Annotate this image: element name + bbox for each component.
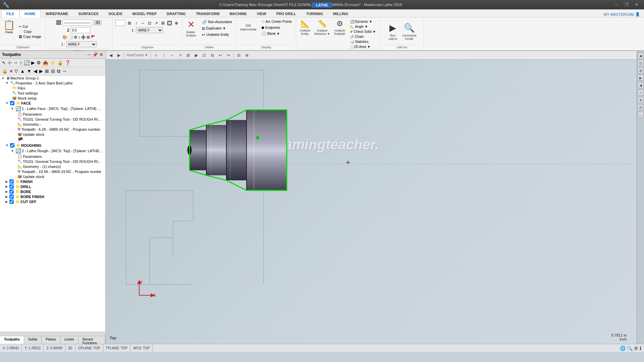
tp-tool-sim[interactable]: ⚙: [36, 59, 42, 66]
tp-tool-c[interactable]: ⧉: [56, 68, 61, 75]
tp-right[interactable]: ▶: [39, 68, 44, 75]
tab-surfaces[interactable]: SURFACES: [73, 10, 104, 17]
tp-tool-9[interactable]: 🔒: [57, 59, 64, 66]
tp-down[interactable]: ▼: [26, 68, 32, 75]
org-icon-5[interactable]: ↗: [153, 20, 159, 26]
drill-checkbox[interactable]: [9, 184, 14, 189]
delete-entities-button[interactable]: ✕ DeleteEntities: [184, 19, 198, 38]
tab-home[interactable]: HOME: [19, 10, 41, 17]
tab-transform[interactable]: TRANSFORM: [191, 10, 224, 17]
tree-files[interactable]: 📁 Files: [0, 85, 105, 90]
right-btn-7[interactable]: ⊕: [638, 97, 644, 103]
viewport[interactable]: Streamingteacher.: [106, 60, 637, 344]
op-4[interactable]: ↗: [176, 52, 184, 59]
tp-tool-regen[interactable]: 🔄: [23, 59, 30, 66]
face-checkbox[interactable]: [10, 101, 14, 105]
arrow-btn[interactable]: ↕: [78, 35, 80, 40]
tp-up[interactable]: ▲: [19, 68, 25, 75]
tree-op1-toolpath[interactable]: ⚙ Toolpath - 6.2K - 6809-19.NC - Program…: [0, 127, 105, 132]
tree-op1-flag[interactable]: 🏴: [0, 137, 105, 143]
roughing-checkbox[interactable]: [10, 143, 14, 147]
tree-machine-group[interactable]: ▼ 🖥 Machine Group-1: [0, 76, 105, 80]
tree-op2-geometry[interactable]: 📐 Geometry - (1) chain(s): [0, 164, 105, 169]
tree-bore-finish-group[interactable]: ▶ ⭐ BORE FINISH: [0, 194, 105, 199]
tp-tool-post[interactable]: 📤: [42, 59, 49, 66]
op-2[interactable]: ↕: [160, 52, 168, 59]
copy-image-button[interactable]: 🖼 Copy Image: [17, 35, 43, 39]
color-swatch[interactable]: [56, 20, 61, 25]
tree-op1-geometry[interactable]: 📐 Geometry -: [0, 122, 105, 127]
tab-toolpaths[interactable]: Toolpaths: [0, 336, 24, 344]
op-10[interactable]: ↪: [225, 52, 232, 59]
analyze-toolpath-button[interactable]: ⚙ AnalyzeToolpath: [333, 19, 347, 36]
paste-button[interactable]: 📋 Paste: [2, 19, 16, 45]
tp-filter[interactable]: ▽: [14, 68, 19, 75]
analyze-entity-button[interactable]: 📐 AnalyzeEntity: [298, 19, 312, 36]
run-addin-button[interactable]: ▶ RunAdd-In: [386, 22, 399, 41]
right-btn-1[interactable]: ◀: [638, 53, 644, 59]
toolpaths-close-btn[interactable]: ✕: [99, 52, 103, 57]
line-style-input[interactable]: [62, 19, 93, 25]
chain-btn[interactable]: 🔗 Chain: [348, 35, 378, 39]
tree-op1-params[interactable]: 📋 Parameters: [0, 112, 105, 117]
close-button[interactable]: ✕: [632, 1, 641, 8]
layer-btn[interactable]: 📑: [68, 35, 73, 40]
right-btn-3[interactable]: ⊞: [638, 67, 644, 73]
tree-op1[interactable]: ▼ 🔄 1 - Lathe Face - [WCS: Top] - [Tplan…: [0, 106, 105, 112]
status-settings-icon[interactable]: ⚙: [634, 346, 638, 351]
right-btn-8[interactable]: ⊟: [638, 104, 644, 110]
org-icon-2[interactable]: ↕: [133, 20, 139, 26]
level-num-input[interactable]: [115, 20, 125, 26]
tab-solids[interactable]: SOLIDS: [104, 10, 127, 17]
tree-op2-params[interactable]: 📋 Parameters: [0, 154, 105, 159]
tp-lock[interactable]: 🔒: [1, 68, 8, 75]
2d-area-btn[interactable]: ⬚ 2D Area ▼: [348, 45, 378, 49]
tree-face-group[interactable]: ▼ ⭐ FACE: [0, 101, 105, 106]
tree-drill-group[interactable]: ▶ ⭐ DRILL: [0, 184, 105, 189]
tab-solids[interactable]: Solids: [24, 336, 42, 344]
restore-button[interactable]: ❐: [622, 1, 631, 8]
right-btn-6[interactable]: ⊹: [638, 89, 644, 96]
tree-op1-update[interactable]: 📦 Update stock: [0, 132, 105, 137]
dynamic-btn[interactable]: 🔄 Dynamic ▼: [348, 19, 378, 24]
tree-bore-group[interactable]: ▶ ⭐ BORE: [0, 189, 105, 194]
org-icon-6[interactable]: ⊞: [160, 20, 166, 26]
check-solid-btn[interactable]: ✔ Check Solid ▼: [348, 29, 378, 34]
tp-tool-b[interactable]: ⊟: [50, 68, 56, 75]
op-6[interactable]: ▶: [193, 52, 200, 59]
right-btn-5[interactable]: ◀: [638, 82, 644, 88]
org-icon-7[interactable]: 🔲: [167, 20, 173, 26]
op-5[interactable]: ⊞: [184, 52, 192, 59]
tree-tool-settings[interactable]: 🔧 Tool settings: [0, 90, 105, 96]
tab-machine[interactable]: MACHINE: [224, 10, 252, 17]
tp-tool-4[interactable]: ↕: [19, 59, 23, 66]
statistics-btn[interactable]: 📊 Statistics: [348, 40, 378, 44]
tp-tool-help[interactable]: ❓: [64, 59, 71, 66]
op-9[interactable]: ↩: [217, 52, 224, 59]
org-icon-3[interactable]: ↔: [140, 20, 146, 26]
tree-op1-tool[interactable]: 🔧 T0101: General Turning Tool - OD ROUGH…: [0, 117, 105, 122]
tree-op2[interactable]: ▼ 🔄 2 - Lathe Rough - [WCS: Top] - [Tpla…: [0, 148, 105, 154]
duplicates-btn[interactable]: ⧉ Duplicates ▼: [200, 26, 234, 31]
toolpaths-minimize-btn[interactable]: ─: [88, 52, 91, 57]
tp-tool-verify[interactable]: ▶: [31, 59, 36, 66]
cutoff-checkbox[interactable]: [9, 199, 14, 204]
analyze-distance-button[interactable]: 📏 AnalyzeDistance ▼: [313, 19, 331, 36]
org-icon-8[interactable]: ⊕: [173, 20, 179, 26]
op-1[interactable]: ⊹: [152, 52, 160, 59]
tp-tool-3[interactable]: ↔: [13, 59, 19, 66]
tab-recent-functions[interactable]: Recent Functions: [78, 336, 105, 344]
tab-modelprep[interactable]: MODEL PREP: [127, 10, 162, 17]
op-back-btn[interactable]: ◀: [107, 52, 114, 59]
tab-planes[interactable]: Planes: [42, 336, 60, 344]
finish-checkbox[interactable]: [9, 179, 14, 184]
right-btn-4[interactable]: ▶: [638, 75, 644, 81]
tp-tool-a[interactable]: ⊞: [44, 68, 50, 75]
non-associative-btn[interactable]: 🔗 Non-Associative: [200, 19, 234, 25]
tab-turning[interactable]: TURNING: [301, 10, 328, 17]
tab-levels[interactable]: Levels: [60, 336, 78, 344]
z-input[interactable]: [70, 27, 91, 33]
tree-op2-tool[interactable]: 🔧 T0101: General Turning Tool - OD ROUGH…: [0, 159, 105, 164]
tree-op2-update[interactable]: 📦 Update stock: [0, 174, 105, 179]
flag-btn[interactable]: 🚩: [91, 35, 96, 40]
